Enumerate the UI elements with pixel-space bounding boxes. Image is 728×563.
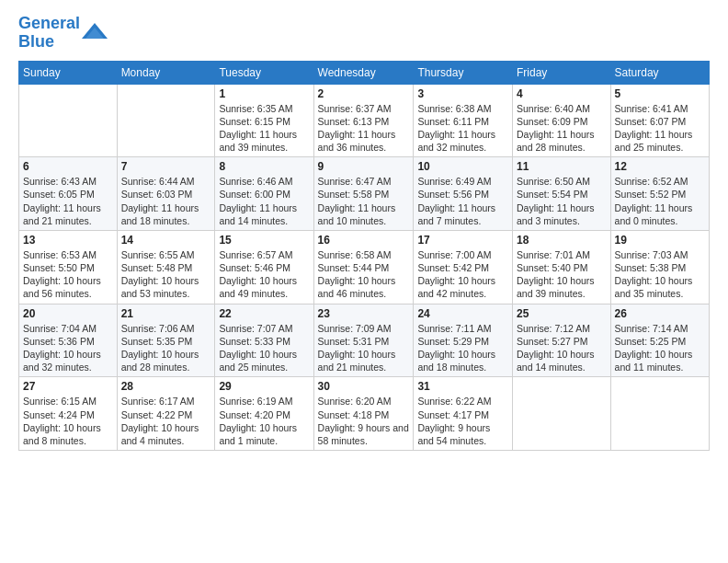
day-number: 10	[417, 160, 508, 173]
day-number: 22	[219, 307, 309, 320]
calendar-cell: 5Sunrise: 6:41 AM Sunset: 6:07 PM Daylig…	[610, 84, 709, 157]
day-number: 1	[219, 87, 309, 100]
calendar-cell: 16Sunrise: 6:58 AM Sunset: 5:44 PM Dayli…	[313, 230, 414, 304]
day-info: Sunrise: 6:49 AM Sunset: 5:56 PM Dayligh…	[417, 175, 508, 227]
calendar-header-row: SundayMondayTuesdayWednesdayThursdayFrid…	[19, 61, 710, 84]
day-info: Sunrise: 6:41 AM Sunset: 6:07 PM Dayligh…	[615, 102, 705, 155]
calendar-cell: 26Sunrise: 7:14 AM Sunset: 5:25 PM Dayli…	[610, 304, 709, 377]
weekday-header: Wednesday	[313, 61, 414, 84]
day-number: 2	[318, 87, 410, 100]
day-number: 31	[417, 380, 508, 393]
calendar-cell	[610, 377, 709, 451]
day-number: 11	[517, 160, 607, 173]
day-info: Sunrise: 7:14 AM Sunset: 5:25 PM Dayligh…	[615, 322, 705, 374]
day-number: 29	[219, 380, 309, 393]
calendar-cell: 18Sunrise: 7:01 AM Sunset: 5:40 PM Dayli…	[512, 230, 610, 304]
weekday-header: Tuesday	[215, 61, 313, 84]
calendar-cell	[117, 84, 215, 157]
day-info: Sunrise: 7:07 AM Sunset: 5:33 PM Dayligh…	[219, 322, 309, 374]
day-number: 25	[517, 307, 607, 320]
calendar-cell: 28Sunrise: 6:17 AM Sunset: 4:22 PM Dayli…	[117, 377, 215, 451]
day-number: 26	[615, 307, 705, 320]
day-info: Sunrise: 6:20 AM Sunset: 4:18 PM Dayligh…	[318, 395, 410, 447]
day-number: 5	[615, 87, 705, 100]
weekday-header: Monday	[117, 61, 215, 84]
day-info: Sunrise: 6:55 AM Sunset: 5:48 PM Dayligh…	[121, 248, 211, 301]
calendar-cell: 1Sunrise: 6:35 AM Sunset: 6:15 PM Daylig…	[215, 84, 313, 157]
calendar-cell: 19Sunrise: 7:03 AM Sunset: 5:38 PM Dayli…	[610, 230, 709, 304]
calendar-cell: 23Sunrise: 7:09 AM Sunset: 5:31 PM Dayli…	[313, 304, 414, 377]
day-number: 21	[121, 307, 211, 320]
calendar-cell: 20Sunrise: 7:04 AM Sunset: 5:36 PM Dayli…	[19, 304, 118, 377]
day-info: Sunrise: 6:37 AM Sunset: 6:13 PM Dayligh…	[318, 102, 410, 155]
day-number: 9	[318, 160, 410, 173]
calendar-week-row: 1Sunrise: 6:35 AM Sunset: 6:15 PM Daylig…	[19, 84, 710, 157]
calendar-cell: 12Sunrise: 6:52 AM Sunset: 5:52 PM Dayli…	[610, 157, 709, 231]
calendar-cell: 29Sunrise: 6:19 AM Sunset: 4:20 PM Dayli…	[215, 377, 313, 451]
day-info: Sunrise: 6:53 AM Sunset: 5:50 PM Dayligh…	[23, 248, 113, 301]
calendar-cell: 8Sunrise: 6:46 AM Sunset: 6:00 PM Daylig…	[215, 157, 313, 231]
calendar-cell: 2Sunrise: 6:37 AM Sunset: 6:13 PM Daylig…	[313, 84, 414, 157]
calendar-cell: 24Sunrise: 7:11 AM Sunset: 5:29 PM Dayli…	[414, 304, 513, 377]
day-number: 23	[318, 307, 410, 320]
day-number: 18	[517, 234, 607, 247]
calendar-cell: 31Sunrise: 6:22 AM Sunset: 4:17 PM Dayli…	[414, 377, 513, 451]
logo-text: General Blue	[18, 15, 80, 52]
day-number: 17	[417, 234, 508, 247]
day-number: 14	[121, 234, 211, 247]
day-number: 30	[318, 380, 410, 393]
calendar-week-row: 13Sunrise: 6:53 AM Sunset: 5:50 PM Dayli…	[19, 230, 710, 304]
day-info: Sunrise: 6:15 AM Sunset: 4:24 PM Dayligh…	[23, 395, 113, 447]
calendar-cell: 14Sunrise: 6:55 AM Sunset: 5:48 PM Dayli…	[117, 230, 215, 304]
day-number: 24	[417, 307, 508, 320]
day-info: Sunrise: 7:06 AM Sunset: 5:35 PM Dayligh…	[121, 322, 211, 374]
day-number: 3	[417, 87, 508, 100]
calendar-table: SundayMondayTuesdayWednesdayThursdayFrid…	[18, 61, 710, 451]
calendar-cell: 10Sunrise: 6:49 AM Sunset: 5:56 PM Dayli…	[414, 157, 513, 231]
calendar-cell: 4Sunrise: 6:40 AM Sunset: 6:09 PM Daylig…	[512, 84, 610, 157]
weekday-header: Thursday	[414, 61, 513, 84]
day-info: Sunrise: 6:52 AM Sunset: 5:52 PM Dayligh…	[615, 175, 705, 227]
calendar-cell: 7Sunrise: 6:44 AM Sunset: 6:03 PM Daylig…	[117, 157, 215, 231]
header: General Blue	[18, 15, 710, 52]
calendar-cell: 13Sunrise: 6:53 AM Sunset: 5:50 PM Dayli…	[19, 230, 118, 304]
day-number: 6	[23, 160, 113, 173]
calendar-cell: 27Sunrise: 6:15 AM Sunset: 4:24 PM Dayli…	[19, 377, 118, 451]
day-info: Sunrise: 6:44 AM Sunset: 6:03 PM Dayligh…	[121, 175, 211, 227]
day-info: Sunrise: 7:04 AM Sunset: 5:36 PM Dayligh…	[23, 322, 113, 374]
day-info: Sunrise: 6:38 AM Sunset: 6:11 PM Dayligh…	[417, 102, 508, 155]
weekday-header: Sunday	[19, 61, 118, 84]
calendar-cell: 21Sunrise: 7:06 AM Sunset: 5:35 PM Dayli…	[117, 304, 215, 377]
day-number: 28	[121, 380, 211, 393]
day-info: Sunrise: 6:57 AM Sunset: 5:46 PM Dayligh…	[219, 248, 309, 301]
calendar-cell: 22Sunrise: 7:07 AM Sunset: 5:33 PM Dayli…	[215, 304, 313, 377]
calendar-week-row: 20Sunrise: 7:04 AM Sunset: 5:36 PM Dayli…	[19, 304, 710, 377]
day-number: 8	[219, 160, 309, 173]
calendar-week-row: 6Sunrise: 6:43 AM Sunset: 6:05 PM Daylig…	[19, 157, 710, 231]
logo-icon	[82, 20, 108, 46]
day-info: Sunrise: 7:01 AM Sunset: 5:40 PM Dayligh…	[517, 248, 607, 301]
day-number: 20	[23, 307, 113, 320]
calendar-cell: 15Sunrise: 6:57 AM Sunset: 5:46 PM Dayli…	[215, 230, 313, 304]
day-info: Sunrise: 6:50 AM Sunset: 5:54 PM Dayligh…	[517, 175, 607, 227]
day-number: 4	[517, 87, 607, 100]
day-info: Sunrise: 6:43 AM Sunset: 6:05 PM Dayligh…	[23, 175, 113, 227]
calendar-page: General Blue SundayMondayTuesdayWednesda…	[0, 0, 728, 563]
calendar-cell	[19, 84, 118, 157]
calendar-cell: 9Sunrise: 6:47 AM Sunset: 5:58 PM Daylig…	[313, 157, 414, 231]
day-info: Sunrise: 6:22 AM Sunset: 4:17 PM Dayligh…	[417, 395, 508, 447]
day-number: 19	[615, 234, 705, 247]
calendar-cell: 17Sunrise: 7:00 AM Sunset: 5:42 PM Dayli…	[414, 230, 513, 304]
day-info: Sunrise: 7:09 AM Sunset: 5:31 PM Dayligh…	[318, 322, 410, 374]
logo: General Blue	[18, 15, 108, 52]
calendar-cell: 25Sunrise: 7:12 AM Sunset: 5:27 PM Dayli…	[512, 304, 610, 377]
calendar-cell: 11Sunrise: 6:50 AM Sunset: 5:54 PM Dayli…	[512, 157, 610, 231]
day-info: Sunrise: 6:19 AM Sunset: 4:20 PM Dayligh…	[219, 395, 309, 447]
day-info: Sunrise: 7:03 AM Sunset: 5:38 PM Dayligh…	[615, 248, 705, 301]
day-number: 7	[121, 160, 211, 173]
day-info: Sunrise: 6:17 AM Sunset: 4:22 PM Dayligh…	[121, 395, 211, 447]
weekday-header: Friday	[512, 61, 610, 84]
calendar-week-row: 27Sunrise: 6:15 AM Sunset: 4:24 PM Dayli…	[19, 377, 710, 451]
day-info: Sunrise: 6:46 AM Sunset: 6:00 PM Dayligh…	[219, 175, 309, 227]
day-number: 27	[23, 380, 113, 393]
